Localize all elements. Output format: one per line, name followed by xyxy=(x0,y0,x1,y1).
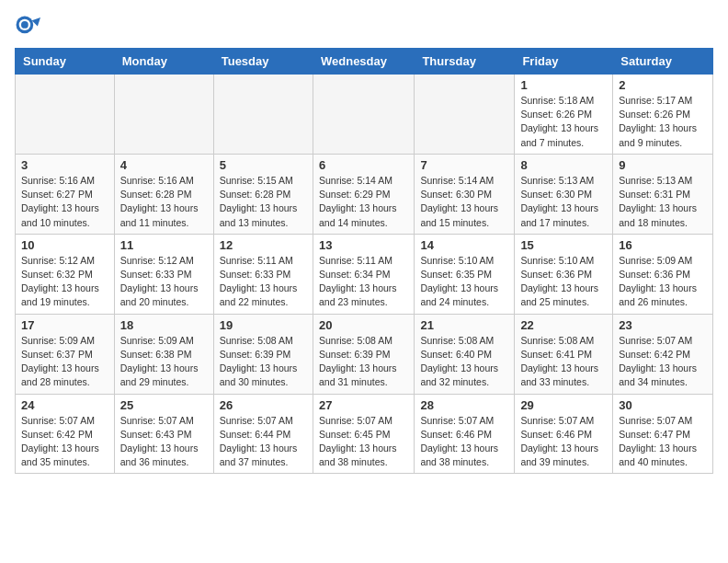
day-info: Sunrise: 5:09 AM Sunset: 6:36 PM Dayligh… xyxy=(619,254,707,310)
day-number: 15 xyxy=(520,238,607,252)
day-info: Sunrise: 5:09 AM Sunset: 6:38 PM Dayligh… xyxy=(120,334,208,390)
day-number: 17 xyxy=(21,318,108,332)
day-info: Sunrise: 5:13 AM Sunset: 6:31 PM Dayligh… xyxy=(619,174,707,230)
day-info: Sunrise: 5:14 AM Sunset: 6:30 PM Dayligh… xyxy=(420,174,508,230)
day-info: Sunrise: 5:17 AM Sunset: 6:26 PM Dayligh… xyxy=(619,94,707,150)
day-number: 9 xyxy=(619,158,707,172)
calendar-cell: 23Sunrise: 5:07 AM Sunset: 6:42 PM Dayli… xyxy=(613,314,713,394)
calendar-week-2: 3Sunrise: 5:16 AM Sunset: 6:27 PM Daylig… xyxy=(16,154,713,234)
svg-point-2 xyxy=(21,21,28,29)
calendar-cell: 7Sunrise: 5:14 AM Sunset: 6:30 PM Daylig… xyxy=(415,154,515,234)
calendar-cell: 8Sunrise: 5:13 AM Sunset: 6:30 PM Daylig… xyxy=(515,154,613,234)
calendar-cell: 5Sunrise: 5:15 AM Sunset: 6:28 PM Daylig… xyxy=(213,154,313,234)
day-number: 27 xyxy=(319,398,408,412)
day-info: Sunrise: 5:14 AM Sunset: 6:29 PM Dayligh… xyxy=(319,174,408,230)
day-info: Sunrise: 5:08 AM Sunset: 6:39 PM Dayligh… xyxy=(319,334,408,390)
calendar-cell xyxy=(16,75,115,155)
day-number: 12 xyxy=(220,238,307,252)
day-info: Sunrise: 5:07 AM Sunset: 6:45 PM Dayligh… xyxy=(319,414,408,470)
day-number: 6 xyxy=(319,158,408,172)
day-info: Sunrise: 5:11 AM Sunset: 6:34 PM Dayligh… xyxy=(319,254,408,310)
calendar-cell: 18Sunrise: 5:09 AM Sunset: 6:38 PM Dayli… xyxy=(114,314,213,394)
calendar-cell xyxy=(313,75,414,155)
day-number: 1 xyxy=(520,78,607,92)
day-number: 22 xyxy=(520,318,607,332)
day-info: Sunrise: 5:07 AM Sunset: 6:47 PM Dayligh… xyxy=(619,414,707,470)
day-info: Sunrise: 5:08 AM Sunset: 6:40 PM Dayligh… xyxy=(420,334,508,390)
day-number: 26 xyxy=(220,398,307,412)
day-info: Sunrise: 5:16 AM Sunset: 6:27 PM Dayligh… xyxy=(21,174,108,230)
day-info: Sunrise: 5:08 AM Sunset: 6:39 PM Dayligh… xyxy=(220,334,307,390)
calendar-week-3: 10Sunrise: 5:12 AM Sunset: 6:32 PM Dayli… xyxy=(16,234,713,314)
day-number: 25 xyxy=(120,398,208,412)
calendar-cell: 27Sunrise: 5:07 AM Sunset: 6:45 PM Dayli… xyxy=(313,394,414,474)
day-number: 21 xyxy=(420,318,508,332)
day-info: Sunrise: 5:07 AM Sunset: 6:46 PM Dayligh… xyxy=(420,414,508,470)
day-number: 7 xyxy=(420,158,508,172)
day-number: 29 xyxy=(520,398,607,412)
day-number: 3 xyxy=(21,158,108,172)
calendar-cell: 14Sunrise: 5:10 AM Sunset: 6:35 PM Dayli… xyxy=(415,234,515,314)
day-info: Sunrise: 5:07 AM Sunset: 6:42 PM Dayligh… xyxy=(21,414,108,470)
calendar-cell: 1Sunrise: 5:18 AM Sunset: 6:26 PM Daylig… xyxy=(515,75,613,155)
calendar-cell: 17Sunrise: 5:09 AM Sunset: 6:37 PM Dayli… xyxy=(16,314,115,394)
calendar-cell xyxy=(213,75,313,155)
calendar-cell: 29Sunrise: 5:07 AM Sunset: 6:46 PM Dayli… xyxy=(515,394,613,474)
day-number: 19 xyxy=(220,318,307,332)
logo xyxy=(15,15,44,40)
day-number: 5 xyxy=(220,158,307,172)
calendar-cell: 25Sunrise: 5:07 AM Sunset: 6:43 PM Dayli… xyxy=(114,394,213,474)
calendar-cell: 15Sunrise: 5:10 AM Sunset: 6:36 PM Dayli… xyxy=(515,234,613,314)
calendar-week-4: 17Sunrise: 5:09 AM Sunset: 6:37 PM Dayli… xyxy=(16,314,713,394)
day-info: Sunrise: 5:10 AM Sunset: 6:35 PM Dayligh… xyxy=(420,254,508,310)
day-number: 11 xyxy=(120,238,208,252)
calendar-cell: 11Sunrise: 5:12 AM Sunset: 6:33 PM Dayli… xyxy=(114,234,213,314)
day-info: Sunrise: 5:07 AM Sunset: 6:43 PM Dayligh… xyxy=(120,414,208,470)
day-info: Sunrise: 5:12 AM Sunset: 6:33 PM Dayligh… xyxy=(120,254,208,310)
day-info: Sunrise: 5:10 AM Sunset: 6:36 PM Dayligh… xyxy=(520,254,607,310)
calendar-cell: 2Sunrise: 5:17 AM Sunset: 6:26 PM Daylig… xyxy=(613,75,713,155)
day-info: Sunrise: 5:08 AM Sunset: 6:41 PM Dayligh… xyxy=(520,334,607,390)
calendar-cell: 19Sunrise: 5:08 AM Sunset: 6:39 PM Dayli… xyxy=(213,314,313,394)
day-info: Sunrise: 5:09 AM Sunset: 6:37 PM Dayligh… xyxy=(21,334,108,390)
calendar-cell: 10Sunrise: 5:12 AM Sunset: 6:32 PM Dayli… xyxy=(16,234,115,314)
calendar-cell: 20Sunrise: 5:08 AM Sunset: 6:39 PM Dayli… xyxy=(313,314,414,394)
day-info: Sunrise: 5:18 AM Sunset: 6:26 PM Dayligh… xyxy=(520,94,607,150)
calendar-cell: 28Sunrise: 5:07 AM Sunset: 6:46 PM Dayli… xyxy=(415,394,515,474)
day-info: Sunrise: 5:07 AM Sunset: 6:42 PM Dayligh… xyxy=(619,334,707,390)
calendar-cell: 9Sunrise: 5:13 AM Sunset: 6:31 PM Daylig… xyxy=(613,154,713,234)
day-info: Sunrise: 5:13 AM Sunset: 6:30 PM Dayligh… xyxy=(520,174,607,230)
calendar-week-1: 1Sunrise: 5:18 AM Sunset: 6:26 PM Daylig… xyxy=(16,75,713,155)
day-number: 30 xyxy=(619,398,707,412)
day-number: 14 xyxy=(420,238,508,252)
day-number: 20 xyxy=(319,318,408,332)
calendar-cell: 13Sunrise: 5:11 AM Sunset: 6:34 PM Dayli… xyxy=(313,234,414,314)
weekday-header-saturday: Saturday xyxy=(613,49,713,75)
day-number: 23 xyxy=(619,318,707,332)
calendar-cell: 4Sunrise: 5:16 AM Sunset: 6:28 PM Daylig… xyxy=(114,154,213,234)
weekday-header-tuesday: Tuesday xyxy=(213,49,313,75)
calendar-cell: 22Sunrise: 5:08 AM Sunset: 6:41 PM Dayli… xyxy=(515,314,613,394)
weekday-header-sunday: Sunday xyxy=(16,49,115,75)
day-number: 10 xyxy=(21,238,108,252)
calendar-cell xyxy=(415,75,515,155)
day-info: Sunrise: 5:11 AM Sunset: 6:33 PM Dayligh… xyxy=(220,254,307,310)
calendar-week-5: 24Sunrise: 5:07 AM Sunset: 6:42 PM Dayli… xyxy=(16,394,713,474)
calendar-cell: 3Sunrise: 5:16 AM Sunset: 6:27 PM Daylig… xyxy=(16,154,115,234)
day-number: 8 xyxy=(520,158,607,172)
weekday-header-thursday: Thursday xyxy=(415,49,515,75)
day-info: Sunrise: 5:15 AM Sunset: 6:28 PM Dayligh… xyxy=(220,174,307,230)
day-number: 18 xyxy=(120,318,208,332)
day-number: 16 xyxy=(619,238,707,252)
header xyxy=(15,15,713,40)
calendar-table: SundayMondayTuesdayWednesdayThursdayFrid… xyxy=(15,48,713,474)
day-info: Sunrise: 5:16 AM Sunset: 6:28 PM Dayligh… xyxy=(120,174,208,230)
calendar-cell: 30Sunrise: 5:07 AM Sunset: 6:47 PM Dayli… xyxy=(613,394,713,474)
weekday-header-monday: Monday xyxy=(114,49,213,75)
day-number: 4 xyxy=(120,158,208,172)
calendar-cell: 24Sunrise: 5:07 AM Sunset: 6:42 PM Dayli… xyxy=(16,394,115,474)
weekday-header-friday: Friday xyxy=(515,49,613,75)
day-number: 2 xyxy=(619,78,707,92)
calendar-cell: 16Sunrise: 5:09 AM Sunset: 6:36 PM Dayli… xyxy=(613,234,713,314)
calendar-cell: 6Sunrise: 5:14 AM Sunset: 6:29 PM Daylig… xyxy=(313,154,414,234)
